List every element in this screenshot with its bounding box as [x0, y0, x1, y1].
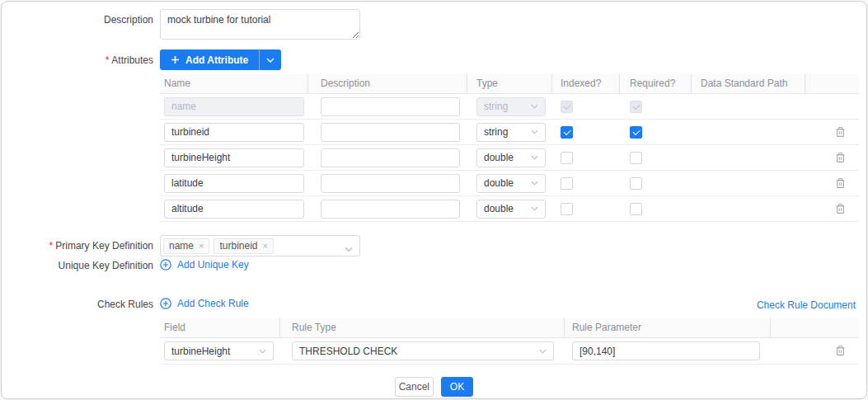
- dialog-footer: Cancel OK: [2, 377, 866, 397]
- attribute-name-input[interactable]: [164, 174, 304, 193]
- column-header-field: Field: [160, 318, 280, 337]
- attribute-description-input[interactable]: [321, 148, 460, 167]
- key-tag: name×: [163, 238, 209, 254]
- attribute-type-select[interactable]: string: [476, 123, 546, 142]
- plus-icon: [171, 55, 180, 64]
- attribute-type-select[interactable]: double: [476, 174, 546, 193]
- trash-icon: [835, 126, 846, 138]
- delete-attribute-button[interactable]: [833, 150, 847, 165]
- column-header-required: Required?: [620, 74, 692, 93]
- check-rule-row: turbineHeight THRESHOLD CHECK: [160, 338, 859, 365]
- chevron-down-icon: [531, 206, 538, 211]
- column-header-rule-parameter: Rule Parameter: [565, 318, 771, 337]
- indexed-checkbox[interactable]: [561, 203, 573, 215]
- check-rule-document-link[interactable]: Check Rule Document: [757, 299, 856, 311]
- attribute-row: string: [160, 94, 859, 120]
- delete-attribute-button[interactable]: [833, 125, 847, 139]
- column-header-indexed: Indexed?: [552, 74, 620, 93]
- attribute-row: double: [160, 171, 859, 196]
- attribute-description-input[interactable]: [321, 123, 460, 142]
- column-header-actions: [771, 318, 859, 337]
- add-attribute-button[interactable]: Add Attribute: [160, 49, 281, 70]
- attribute-name-input[interactable]: [164, 200, 304, 219]
- add-check-rule-link[interactable]: Add Check Rule: [160, 297, 249, 309]
- required-checkbox[interactable]: [630, 126, 642, 139]
- check-rules-label: Check Rules: [2, 297, 153, 310]
- required-asterisk: *: [49, 240, 54, 252]
- required-asterisk: *: [106, 54, 110, 66]
- attribute-type-select[interactable]: double: [476, 148, 546, 167]
- attribute-row: string: [160, 120, 859, 145]
- cancel-button[interactable]: Cancel: [395, 377, 434, 397]
- attribute-name-input: [164, 97, 304, 116]
- primary-key-row: *Primary Key Definition name× turbineid×: [2, 235, 866, 256]
- check-rules-row: Check Rules Add Check Rule: [2, 297, 866, 310]
- ok-button[interactable]: OK: [441, 377, 473, 397]
- attributes-table: Name Description Type Indexed? Required?…: [160, 74, 859, 222]
- page-canvas: Description mock turbine for tutorial *A…: [0, 0, 868, 400]
- description-textarea[interactable]: mock turbine for tutorial: [160, 9, 360, 40]
- primary-key-select[interactable]: name× turbineid×: [160, 235, 360, 256]
- trash-icon: [835, 345, 846, 356]
- trash-icon: [835, 152, 846, 163]
- column-header-type: Type: [467, 74, 552, 93]
- attribute-name-input[interactable]: [164, 148, 304, 167]
- indexed-checkbox[interactable]: [561, 152, 573, 164]
- add-attribute-dropdown-toggle[interactable]: [259, 49, 281, 70]
- attribute-description-input[interactable]: [321, 174, 460, 193]
- attribute-type-select[interactable]: double: [476, 200, 546, 219]
- chevron-down-icon: [531, 129, 538, 134]
- attribute-description-input[interactable]: [321, 200, 460, 219]
- chevron-down-icon: [531, 155, 538, 160]
- description-row: Description mock turbine for tutorial: [2, 9, 866, 40]
- column-header-rule-type: Rule Type: [280, 318, 565, 337]
- trash-icon: [835, 203, 846, 214]
- unique-key-row: Unique Key Definition Add Unique Key: [2, 258, 866, 271]
- remove-tag-icon[interactable]: ×: [199, 242, 204, 251]
- circle-plus-icon: [160, 259, 171, 271]
- delete-attribute-button[interactable]: [833, 176, 847, 191]
- rule-parameter-input[interactable]: [572, 341, 760, 360]
- chevron-down-icon: [531, 104, 538, 109]
- required-checkbox: [630, 101, 642, 113]
- trash-icon: [835, 177, 846, 189]
- attribute-description-input[interactable]: [321, 97, 460, 116]
- required-checkbox[interactable]: [630, 203, 642, 215]
- chevron-down-icon: [345, 247, 353, 252]
- rule-type-select[interactable]: THRESHOLD CHECK: [292, 341, 554, 360]
- attribute-type-select: string: [476, 97, 546, 116]
- column-header-name: Name: [160, 74, 308, 93]
- column-header-description: Description: [308, 74, 467, 93]
- add-attribute-main[interactable]: Add Attribute: [160, 49, 259, 70]
- field-select[interactable]: turbineHeight: [164, 341, 274, 360]
- check-rules-table-header: Field Rule Type Rule Parameter: [160, 318, 859, 338]
- required-checkbox[interactable]: [630, 152, 642, 164]
- add-unique-key-link[interactable]: Add Unique Key: [160, 258, 249, 271]
- model-edit-dialog: Description mock turbine for tutorial *A…: [1, 1, 867, 399]
- chevron-down-icon: [531, 181, 538, 186]
- remove-tag-icon[interactable]: ×: [263, 242, 268, 251]
- attributes-label: *Attributes: [2, 49, 153, 66]
- delete-check-rule-button[interactable]: [833, 343, 847, 358]
- attribute-row: double: [160, 196, 859, 222]
- delete-attribute-button[interactable]: [833, 201, 847, 216]
- primary-key-label: *Primary Key Definition: [2, 235, 153, 252]
- check-rules-table: Field Rule Type Rule Parameter turbineHe…: [160, 318, 859, 365]
- unique-key-label: Unique Key Definition: [2, 258, 153, 271]
- circle-plus-icon: [160, 298, 171, 309]
- indexed-checkbox[interactable]: [561, 126, 573, 139]
- indexed-checkbox[interactable]: [561, 177, 573, 190]
- attributes-table-header: Name Description Type Indexed? Required?…: [160, 74, 859, 94]
- chevron-down-icon: [266, 58, 274, 63]
- chevron-down-icon: [539, 349, 547, 354]
- description-label: Description: [2, 9, 153, 26]
- required-checkbox[interactable]: [630, 177, 642, 190]
- attributes-row: *Attributes Add Attribute: [2, 49, 866, 70]
- attribute-name-input[interactable]: [164, 123, 304, 142]
- chevron-down-icon: [259, 349, 266, 354]
- attribute-row: double: [160, 145, 859, 171]
- column-header-actions: [805, 74, 859, 93]
- indexed-checkbox: [561, 101, 573, 113]
- key-tag: turbineid×: [213, 238, 273, 254]
- column-header-data-standard-path: Data Standard Path: [692, 74, 805, 93]
